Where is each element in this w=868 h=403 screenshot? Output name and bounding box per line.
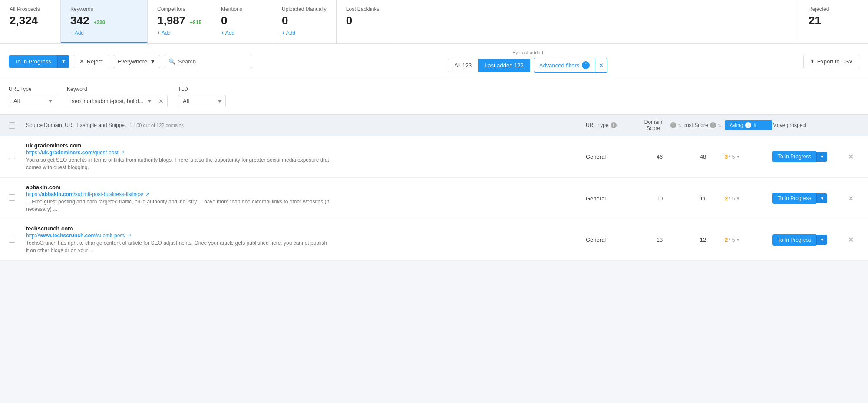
keyword-clear-button[interactable]: ✕ [155, 98, 167, 105]
stat-label-all-prospects: All Prospects [10, 6, 51, 12]
stat-add-competitors[interactable]: + Add [157, 30, 201, 36]
url-type-select[interactable]: All General Blog Forum Directory [9, 95, 56, 107]
rating-caret-2[interactable]: ▼ [736, 196, 740, 201]
header-url-type: URL Type i [586, 122, 638, 128]
stat-card-keywords[interactable]: Keywords342+239+ Add [61, 0, 148, 43]
tab-all[interactable]: All 123 [448, 59, 478, 72]
rating-value-1: 3 [725, 153, 728, 160]
rating-caret-1[interactable]: ▼ [736, 154, 740, 159]
rating-sort-icon[interactable]: ⇩ [753, 123, 756, 128]
rating-max-2: / 5 [729, 195, 735, 202]
keyword-filter: Keyword seo inurl:submit-post, build... … [67, 86, 168, 107]
move-caret-2[interactable]: ▼ [816, 193, 827, 203]
by-last-added-label: By Last added [512, 50, 543, 55]
row-move-3: To In Progress ▼ [772, 234, 842, 246]
row-domain-score-3: 13 [638, 236, 681, 243]
stat-card-rejected[interactable]: Rejected21 [799, 0, 868, 43]
row-domain-info-1: uk.grademiners.com https://uk.grademiner… [26, 142, 586, 171]
stat-label-rejected: Rejected [809, 6, 858, 12]
url-type-info-icon[interactable]: i [611, 122, 617, 128]
stat-add-keywords[interactable]: + Add [70, 30, 138, 36]
tld-select[interactable]: All .com .org .net [178, 95, 226, 107]
external-link-icon-2: ↗ [145, 192, 149, 197]
stat-card-mentions[interactable]: Mentions0+ Add [211, 0, 272, 43]
row-trust-score-2: 11 [681, 195, 725, 202]
row-checkbox-1 [9, 153, 26, 160]
row-url-type-1: General [586, 153, 638, 160]
stat-add-uploaded-manually[interactable]: + Add [282, 30, 327, 36]
move-button-3[interactable]: To In Progress [772, 234, 816, 246]
row-url-type-3: General [586, 236, 638, 243]
move-caret-3[interactable]: ▼ [816, 235, 827, 245]
rating-max-3: / 5 [729, 236, 735, 243]
domain-url-1: https://uk.grademiners.com/quest-post ↗ [26, 150, 586, 156]
table-row-2: abbakin.com https://abbakin.com/submit-p… [0, 178, 868, 220]
domain-snippet-2: ... Free guest posting and earn targeted… [26, 198, 330, 213]
row-close-3: ✕ [842, 236, 859, 244]
domain-snippet-1: You also get SEO benefits in terms of li… [26, 157, 330, 171]
clear-advanced-filters-button[interactable]: ✕ [595, 58, 607, 73]
rating-value-2: 2 [725, 195, 728, 202]
trust-score-info-icon[interactable]: i [710, 122, 716, 128]
stat-card-lost-backlinks[interactable]: Lost Backlinks0 [337, 0, 397, 43]
filter-section: URL Type All General Blog Forum Director… [0, 79, 868, 115]
header-checkbox-cell [9, 122, 26, 129]
rating-info-icon[interactable]: i [745, 122, 751, 128]
domain-score-info-icon[interactable]: i [670, 122, 676, 128]
tld-filter: TLD All .com .org .net [178, 86, 226, 107]
stat-label-uploaded-manually: Uploaded Manually [282, 6, 327, 12]
move-button-1[interactable]: To In Progress [772, 151, 816, 162]
select-all-checkbox[interactable] [9, 122, 15, 129]
stat-card-all-prospects[interactable]: All Prospects2,324 [0, 0, 61, 43]
keyword-select[interactable]: seo inurl:submit-post, build... [67, 95, 155, 107]
move-caret-1[interactable]: ▼ [816, 152, 827, 162]
rating-caret-3[interactable]: ▼ [736, 237, 740, 242]
stat-add-mentions[interactable]: + Add [221, 30, 262, 36]
stat-card-competitors[interactable]: Competitors1,987+815+ Add [148, 0, 211, 43]
advanced-filters-button[interactable]: Advanced filters 1 [534, 58, 596, 73]
progress-button-group: To In Progress ▼ [9, 55, 69, 68]
domain-url-link-1[interactable]: https://uk.grademiners.com/quest-post [26, 150, 119, 156]
table-body: uk.grademiners.com https://uk.grademiner… [0, 136, 868, 261]
domain-url-2: https://abbakin.com/submit-post-business… [26, 191, 586, 197]
external-link-icon-3: ↗ [128, 233, 132, 238]
row-select-checkbox-2[interactable] [9, 194, 15, 201]
domain-url-3: http://www.techscrunch.com/submit-post/ … [26, 233, 586, 239]
url-type-label: URL Type [9, 86, 56, 92]
row-close-1: ✕ [842, 153, 859, 161]
everywhere-dropdown[interactable]: Everywhere ▼ [113, 55, 161, 68]
row-rating-3: 2 / 5 ▼ [725, 236, 772, 243]
filter-tabs: All 123 Last added 122 [448, 59, 530, 72]
row-select-checkbox-3[interactable] [9, 236, 15, 243]
move-button-2[interactable]: To In Progress [772, 193, 816, 204]
row-rating-1: 3 / 5 ▼ [725, 153, 772, 160]
domain-name-3: techscrunch.com [26, 225, 586, 232]
stat-value-lost-backlinks: 0 [346, 14, 352, 27]
to-in-progress-caret[interactable]: ▼ [57, 55, 69, 68]
to-in-progress-button[interactable]: To In Progress [9, 55, 57, 68]
trust-score-sort-icon[interactable]: ⇅ [718, 123, 721, 128]
stat-card-uploaded-manually[interactable]: Uploaded Manually0+ Add [272, 0, 337, 43]
external-link-icon-1: ↗ [121, 150, 125, 155]
tab-last-added[interactable]: Last added 122 [478, 59, 530, 72]
chevron-down-icon: ▼ [150, 58, 155, 65]
row-select-checkbox-1[interactable] [9, 153, 15, 159]
close-row-button-2[interactable]: ✕ [848, 194, 854, 203]
domain-url-link-2[interactable]: https://abbakin.com/submit-post-business… [26, 191, 143, 197]
header-trust-score: Trust Score i ⇅ [681, 122, 725, 128]
export-to-csv-button[interactable]: ⬆ Export to CSV [803, 55, 859, 68]
keyword-input-wrap: seo inurl:submit-post, build... ✕ [67, 95, 168, 107]
search-input[interactable] [178, 55, 248, 68]
domain-score-sort-icon[interactable]: ⇅ [678, 123, 681, 128]
stat-value-mentions: 0 [221, 14, 227, 27]
row-domain-info-3: techscrunch.com http://www.techscrunch.c… [26, 225, 586, 254]
close-row-button-1[interactable]: ✕ [848, 153, 854, 161]
filter-tabs-row: All 123 Last added 122 Advanced filters … [448, 58, 607, 73]
table-row-1: uk.grademiners.com https://uk.grademiner… [0, 136, 868, 178]
row-close-2: ✕ [842, 194, 859, 203]
domain-url-link-3[interactable]: http://www.techscrunch.com/submit-post/ [26, 233, 125, 239]
row-trust-score-1: 48 [681, 153, 725, 160]
close-row-button-3[interactable]: ✕ [848, 236, 854, 244]
url-type-filter: URL Type All General Blog Forum Director… [9, 86, 56, 107]
reject-button[interactable]: ✕ Reject [73, 55, 109, 68]
